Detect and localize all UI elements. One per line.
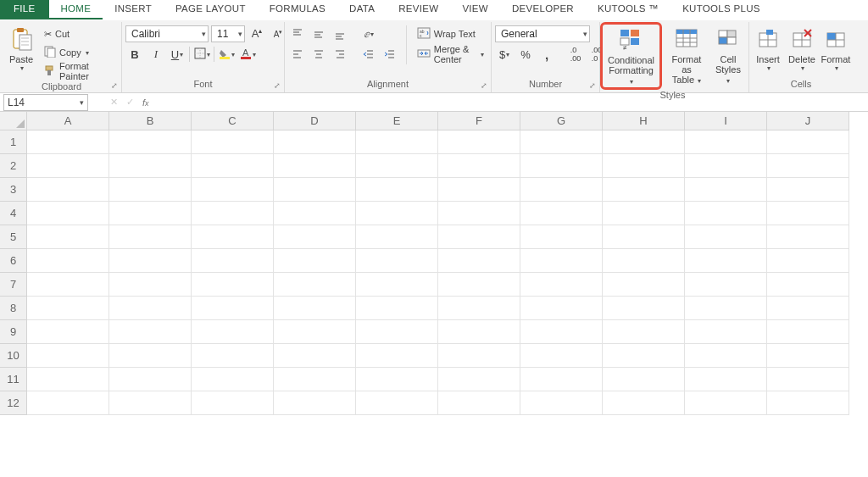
cell[interactable] (27, 391, 109, 415)
cell[interactable] (356, 391, 438, 415)
cell[interactable] (192, 391, 274, 415)
cell[interactable] (109, 130, 192, 154)
cell[interactable] (27, 344, 109, 368)
cell[interactable] (274, 344, 356, 368)
format-cells-button[interactable]: Format ▾ (821, 24, 851, 72)
cell[interactable] (438, 154, 520, 178)
cell[interactable] (109, 225, 192, 249)
cell[interactable] (767, 225, 849, 249)
name-box[interactable]: L14▾ (3, 94, 88, 111)
cell[interactable] (274, 273, 356, 297)
cell[interactable] (685, 273, 767, 297)
cell[interactable] (356, 178, 438, 202)
cell[interactable] (520, 273, 603, 297)
cell[interactable] (192, 344, 274, 368)
row-header[interactable]: 10 (0, 344, 27, 368)
tab-home[interactable]: HOME (49, 0, 103, 19)
row-header[interactable]: 3 (0, 178, 27, 202)
cell-styles-button[interactable]: Cell Styles ▾ (711, 24, 745, 86)
cell[interactable] (356, 249, 438, 273)
tab-view[interactable]: VIEW (450, 0, 500, 19)
delete-cells-button[interactable]: Delete ▾ (787, 24, 817, 72)
cell[interactable] (274, 320, 356, 344)
row-header[interactable]: 4 (0, 202, 27, 225)
align-bottom-button[interactable] (331, 25, 349, 42)
cell[interactable] (109, 320, 192, 344)
cell[interactable] (192, 297, 274, 320)
borders-button[interactable]: ▾ (192, 46, 211, 63)
cell[interactable] (274, 225, 356, 249)
cell[interactable] (767, 297, 849, 320)
cell[interactable] (520, 297, 603, 320)
cell[interactable] (274, 202, 356, 225)
cell[interactable] (685, 249, 767, 273)
increase-indent-button[interactable] (381, 46, 399, 63)
cell[interactable] (685, 130, 767, 154)
row-header[interactable]: 5 (0, 225, 27, 249)
format-as-table-button[interactable]: Format as Table ▾ (665, 24, 708, 86)
row-header[interactable]: 9 (0, 320, 27, 344)
font-size-combo[interactable]: 11▾ (211, 25, 245, 42)
select-all-corner[interactable] (0, 112, 27, 130)
align-left-button[interactable] (288, 46, 307, 63)
cell[interactable] (520, 130, 603, 154)
column-header[interactable]: C (192, 112, 274, 130)
cell[interactable] (603, 225, 685, 249)
column-header[interactable]: A (27, 112, 109, 130)
cancel-formula-icon[interactable]: ✕ (110, 97, 118, 108)
formula-bar-input[interactable] (161, 94, 868, 111)
row-header[interactable]: 1 (0, 130, 27, 154)
cell[interactable] (685, 344, 767, 368)
tab-developer[interactable]: DEVELOPER (500, 0, 586, 19)
column-header[interactable]: I (685, 112, 767, 130)
cell[interactable] (27, 273, 109, 297)
cell[interactable] (603, 273, 685, 297)
cell[interactable] (767, 320, 849, 344)
cell[interactable] (603, 320, 685, 344)
font-dialog-launcher[interactable]: ⤢ (272, 80, 282, 91)
cell[interactable] (767, 202, 849, 225)
cell[interactable] (109, 249, 192, 273)
format-painter-button[interactable]: Format Painter (41, 63, 118, 80)
cell[interactable] (767, 249, 849, 273)
row-header[interactable]: 11 (0, 368, 27, 391)
cell[interactable] (767, 391, 849, 415)
copy-button[interactable]: Copy ▾ (41, 44, 118, 61)
cell[interactable] (192, 130, 274, 154)
cell[interactable] (685, 225, 767, 249)
merge-center-button[interactable]: Merge & Center ▾ (414, 46, 487, 63)
cell[interactable] (438, 368, 520, 391)
cell[interactable] (109, 202, 192, 225)
font-color-button[interactable]: A▾ (238, 46, 257, 63)
cell[interactable] (438, 178, 520, 202)
cell[interactable] (438, 249, 520, 273)
tab-data[interactable]: DATA (337, 0, 387, 19)
cell[interactable] (438, 344, 520, 368)
decrease-indent-button[interactable] (359, 46, 378, 63)
align-middle-button[interactable] (309, 25, 328, 42)
cell[interactable] (603, 344, 685, 368)
cell[interactable] (520, 320, 603, 344)
cell[interactable] (767, 273, 849, 297)
cell[interactable] (109, 297, 192, 320)
cell[interactable] (274, 178, 356, 202)
cell[interactable] (520, 202, 603, 225)
cell[interactable] (767, 368, 849, 391)
cell[interactable] (109, 344, 192, 368)
tab-kutools-plus[interactable]: KUTOOLS PLUS (670, 0, 772, 19)
align-center-button[interactable] (309, 46, 328, 63)
cell[interactable] (520, 368, 603, 391)
column-header[interactable]: E (356, 112, 438, 130)
paste-button[interactable]: Paste ▾ (5, 24, 37, 72)
cell[interactable] (109, 273, 192, 297)
cell[interactable] (356, 297, 438, 320)
clipboard-dialog-launcher[interactable]: ⤢ (109, 80, 120, 91)
cell[interactable] (767, 344, 849, 368)
cell[interactable] (356, 368, 438, 391)
align-right-button[interactable] (331, 46, 349, 63)
row-header[interactable]: 12 (0, 391, 27, 415)
tab-review[interactable]: REVIEW (387, 0, 450, 19)
cell[interactable] (192, 320, 274, 344)
cell[interactable] (27, 320, 109, 344)
column-header[interactable]: D (274, 112, 356, 130)
